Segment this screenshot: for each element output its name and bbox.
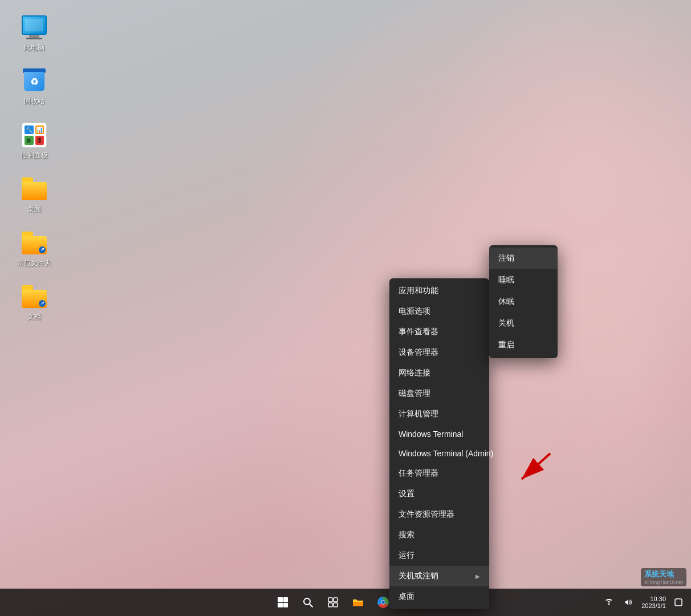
svg-rect-5: [334, 598, 338, 602]
menu-item-search[interactable]: 搜索: [389, 525, 489, 545]
submenu-item-restart[interactable]: 重启: [489, 334, 558, 356]
search-icon: [303, 597, 313, 607]
desktop-icon-folder-docs[interactable]: ↗ 文档: [11, 281, 57, 323]
icon-label-recycle-bin: 回收站: [24, 97, 44, 105]
icon-label-folder-sample: 示范文件夹: [17, 259, 51, 267]
menu-item-apps-features[interactable]: 应用和功能: [389, 281, 489, 301]
submenu-item-sleep[interactable]: 睡眠: [489, 269, 558, 291]
icon-label-control-panel: 控制面板: [21, 151, 48, 159]
task-view-icon: [328, 597, 338, 607]
taskbar-start-button[interactable]: [271, 591, 294, 614]
desktop: 此电脑 ♻ 回收站 🔧 📊 ⚙ 🎛: [0, 0, 691, 616]
menu-item-computer-mgmt[interactable]: 计算机管理: [389, 404, 489, 424]
menu-item-network[interactable]: 网络连接: [389, 363, 489, 383]
svg-rect-9: [675, 599, 682, 606]
icon-label-folder-desktop: 桌面: [27, 205, 41, 213]
menu-item-file-explorer[interactable]: 文件资源管理器: [389, 504, 489, 525]
menu-item-shutdown[interactable]: 关机或注销 ▶: [389, 566, 489, 586]
control-panel-icon: 🔧 📊 ⚙ 🎛: [21, 121, 48, 149]
folder-desktop-icon: [21, 175, 48, 202]
desktop-icons: 此电脑 ♻ 回收站 🔧 📊 ⚙ 🎛: [11, 11, 57, 323]
menu-item-run[interactable]: 运行: [389, 545, 489, 566]
taskbar-task-view-button[interactable]: [322, 591, 344, 614]
taskbar-file-explorer-button[interactable]: [347, 591, 369, 614]
windows-logo-icon: [278, 597, 288, 607]
desktop-icon-control-panel[interactable]: 🔧 📊 ⚙ 🎛 控制面板: [11, 119, 57, 161]
taskbar-notification-icon[interactable]: [670, 591, 686, 614]
submenu-arrow: ▶: [475, 573, 480, 579]
svg-rect-4: [328, 598, 332, 602]
desktop-icon-recycle-bin[interactable]: ♻ 回收站: [11, 65, 57, 107]
watermark: 系统天地 XiTongTianDi.net: [641, 568, 686, 586]
submenu-item-hibernate[interactable]: 休眠: [489, 291, 558, 313]
taskbar-search-button[interactable]: [296, 591, 319, 614]
network-icon: [604, 598, 613, 607]
menu-item-device-manager[interactable]: 设备管理器: [389, 342, 489, 363]
submenu-shutdown: 注销 睡眠 休眠 关机 重启: [489, 245, 558, 358]
file-explorer-icon: [352, 597, 364, 607]
volume-icon: [624, 598, 633, 607]
svg-rect-6: [328, 603, 332, 607]
taskbar-time: 10:30: [641, 595, 666, 602]
desktop-icon-folder-sample[interactable]: ↗ 示范文件夹: [11, 227, 57, 269]
menu-item-windows-terminal[interactable]: Windows Terminal: [389, 424, 489, 444]
menu-item-windows-terminal-admin[interactable]: Windows Terminal (Admin): [389, 444, 489, 463]
watermark-line2: XiTongTianDi.net: [644, 579, 683, 585]
taskbar-clock[interactable]: 10:30 2023/1/1: [639, 595, 668, 609]
taskbar-date: 2023/1/1: [641, 602, 666, 609]
svg-line-3: [310, 604, 312, 607]
browser-icon: [377, 597, 389, 608]
context-menu: 应用和功能 电源选项 事件查看器 设备管理器 网络连接 磁盘管理 计算机管理 W…: [389, 278, 489, 609]
taskbar: e 10:30: [0, 589, 691, 616]
menu-item-task-manager[interactable]: 任务管理器: [389, 463, 489, 484]
notification-icon: [674, 598, 682, 606]
recycle-bin-icon: ♻: [21, 67, 48, 95]
submenu-item-signout[interactable]: 注销: [489, 248, 558, 269]
folder-docs-icon: ↗: [21, 283, 48, 310]
menu-item-settings[interactable]: 设置: [389, 484, 489, 504]
icon-label-folder-docs: 文档: [27, 313, 41, 321]
wallpaper: [0, 0, 691, 616]
folder-sample-icon: ↗: [21, 229, 48, 257]
watermark-line1: 系统天地: [644, 569, 683, 579]
taskbar-systray: 10:30 2023/1/1: [596, 591, 691, 614]
desktop-icon-this-pc[interactable]: 此电脑: [11, 11, 57, 54]
menu-item-disk-mgmt[interactable]: 磁盘管理: [389, 383, 489, 404]
taskbar-network-icon[interactable]: [600, 591, 617, 614]
desktop-icon-folder-desktop[interactable]: 桌面: [11, 173, 57, 215]
submenu-item-shutdown[interactable]: 关机: [489, 313, 558, 334]
menu-item-desktop[interactable]: 桌面: [389, 586, 489, 607]
menu-item-power-options[interactable]: 电源选项: [389, 301, 489, 322]
svg-point-8: [608, 603, 610, 605]
svg-rect-7: [334, 603, 338, 607]
monitor-icon: [21, 14, 48, 41]
taskbar-volume-icon[interactable]: [620, 591, 637, 614]
icon-label-this-pc: 此电脑: [24, 43, 44, 51]
menu-item-event-viewer[interactable]: 事件查看器: [389, 322, 489, 342]
